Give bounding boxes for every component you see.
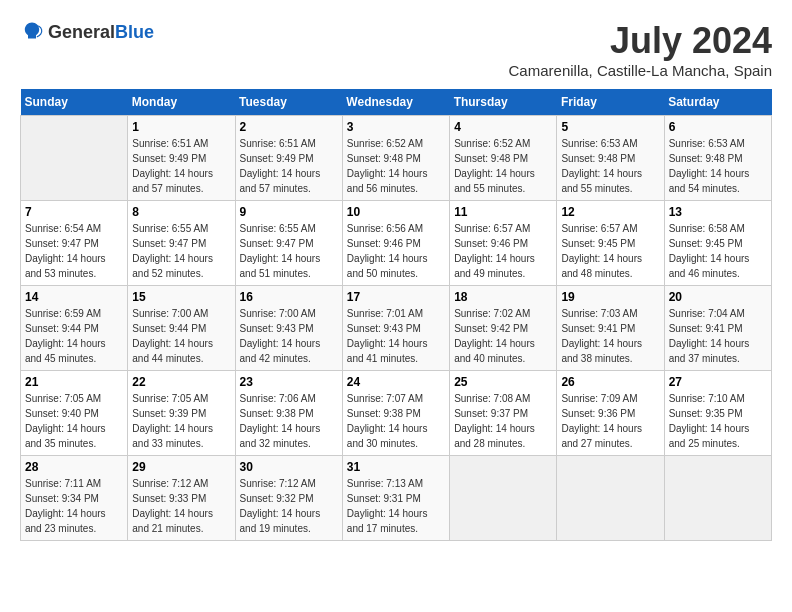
sunrise-text: Sunrise: 7:04 AM bbox=[669, 308, 745, 319]
sunrise-text: Sunrise: 7:01 AM bbox=[347, 308, 423, 319]
sunset-text: Sunset: 9:44 PM bbox=[25, 323, 99, 334]
day-info: Sunrise: 7:11 AM Sunset: 9:34 PM Dayligh… bbox=[25, 476, 123, 536]
calendar-cell: 19 Sunrise: 7:03 AM Sunset: 9:41 PM Dayl… bbox=[557, 286, 664, 371]
sunset-text: Sunset: 9:37 PM bbox=[454, 408, 528, 419]
sunset-text: Sunset: 9:48 PM bbox=[561, 153, 635, 164]
day-number: 7 bbox=[25, 205, 123, 219]
day-header-tuesday: Tuesday bbox=[235, 89, 342, 116]
day-info: Sunrise: 6:51 AM Sunset: 9:49 PM Dayligh… bbox=[132, 136, 230, 196]
sunrise-text: Sunrise: 7:03 AM bbox=[561, 308, 637, 319]
day-info: Sunrise: 6:57 AM Sunset: 9:46 PM Dayligh… bbox=[454, 221, 552, 281]
daylight-text: Daylight: 14 hours and 46 minutes. bbox=[669, 253, 750, 279]
calendar-cell: 4 Sunrise: 6:52 AM Sunset: 9:48 PM Dayli… bbox=[450, 116, 557, 201]
day-info: Sunrise: 6:55 AM Sunset: 9:47 PM Dayligh… bbox=[132, 221, 230, 281]
sunrise-text: Sunrise: 6:59 AM bbox=[25, 308, 101, 319]
sunset-text: Sunset: 9:49 PM bbox=[240, 153, 314, 164]
sunset-text: Sunset: 9:33 PM bbox=[132, 493, 206, 504]
day-info: Sunrise: 7:12 AM Sunset: 9:32 PM Dayligh… bbox=[240, 476, 338, 536]
day-number: 22 bbox=[132, 375, 230, 389]
daylight-text: Daylight: 14 hours and 52 minutes. bbox=[132, 253, 213, 279]
day-header-monday: Monday bbox=[128, 89, 235, 116]
daylight-text: Daylight: 14 hours and 55 minutes. bbox=[561, 168, 642, 194]
daylight-text: Daylight: 14 hours and 17 minutes. bbox=[347, 508, 428, 534]
sunset-text: Sunset: 9:35 PM bbox=[669, 408, 743, 419]
logo-general: General bbox=[48, 22, 115, 42]
day-number: 14 bbox=[25, 290, 123, 304]
sunrise-text: Sunrise: 6:57 AM bbox=[454, 223, 530, 234]
calendar-cell: 27 Sunrise: 7:10 AM Sunset: 9:35 PM Dayl… bbox=[664, 371, 771, 456]
sunset-text: Sunset: 9:38 PM bbox=[240, 408, 314, 419]
day-number: 10 bbox=[347, 205, 445, 219]
sunset-text: Sunset: 9:48 PM bbox=[347, 153, 421, 164]
day-number: 9 bbox=[240, 205, 338, 219]
calendar-cell bbox=[21, 116, 128, 201]
calendar-cell: 14 Sunrise: 6:59 AM Sunset: 9:44 PM Dayl… bbox=[21, 286, 128, 371]
sunrise-text: Sunrise: 7:08 AM bbox=[454, 393, 530, 404]
day-number: 19 bbox=[561, 290, 659, 304]
daylight-text: Daylight: 14 hours and 25 minutes. bbox=[669, 423, 750, 449]
daylight-text: Daylight: 14 hours and 33 minutes. bbox=[132, 423, 213, 449]
daylight-text: Daylight: 14 hours and 30 minutes. bbox=[347, 423, 428, 449]
sunset-text: Sunset: 9:48 PM bbox=[454, 153, 528, 164]
calendar-cell: 24 Sunrise: 7:07 AM Sunset: 9:38 PM Dayl… bbox=[342, 371, 449, 456]
daylight-text: Daylight: 14 hours and 41 minutes. bbox=[347, 338, 428, 364]
day-number: 24 bbox=[347, 375, 445, 389]
day-number: 23 bbox=[240, 375, 338, 389]
calendar-header-row: SundayMondayTuesdayWednesdayThursdayFrid… bbox=[21, 89, 772, 116]
day-number: 13 bbox=[669, 205, 767, 219]
day-number: 26 bbox=[561, 375, 659, 389]
sunrise-text: Sunrise: 7:02 AM bbox=[454, 308, 530, 319]
day-number: 15 bbox=[132, 290, 230, 304]
sunset-text: Sunset: 9:32 PM bbox=[240, 493, 314, 504]
day-info: Sunrise: 6:55 AM Sunset: 9:47 PM Dayligh… bbox=[240, 221, 338, 281]
day-number: 18 bbox=[454, 290, 552, 304]
sunset-text: Sunset: 9:42 PM bbox=[454, 323, 528, 334]
day-info: Sunrise: 7:05 AM Sunset: 9:40 PM Dayligh… bbox=[25, 391, 123, 451]
daylight-text: Daylight: 14 hours and 51 minutes. bbox=[240, 253, 321, 279]
sunset-text: Sunset: 9:48 PM bbox=[669, 153, 743, 164]
daylight-text: Daylight: 14 hours and 44 minutes. bbox=[132, 338, 213, 364]
calendar-cell: 20 Sunrise: 7:04 AM Sunset: 9:41 PM Dayl… bbox=[664, 286, 771, 371]
day-number: 12 bbox=[561, 205, 659, 219]
day-info: Sunrise: 6:51 AM Sunset: 9:49 PM Dayligh… bbox=[240, 136, 338, 196]
calendar-cell: 18 Sunrise: 7:02 AM Sunset: 9:42 PM Dayl… bbox=[450, 286, 557, 371]
sunrise-text: Sunrise: 6:56 AM bbox=[347, 223, 423, 234]
day-info: Sunrise: 7:08 AM Sunset: 9:37 PM Dayligh… bbox=[454, 391, 552, 451]
day-number: 20 bbox=[669, 290, 767, 304]
calendar-cell: 7 Sunrise: 6:54 AM Sunset: 9:47 PM Dayli… bbox=[21, 201, 128, 286]
day-info: Sunrise: 6:52 AM Sunset: 9:48 PM Dayligh… bbox=[454, 136, 552, 196]
sunrise-text: Sunrise: 6:58 AM bbox=[669, 223, 745, 234]
calendar-cell bbox=[450, 456, 557, 541]
day-info: Sunrise: 7:02 AM Sunset: 9:42 PM Dayligh… bbox=[454, 306, 552, 366]
sunset-text: Sunset: 9:46 PM bbox=[454, 238, 528, 249]
calendar-cell: 12 Sunrise: 6:57 AM Sunset: 9:45 PM Dayl… bbox=[557, 201, 664, 286]
calendar-cell: 22 Sunrise: 7:05 AM Sunset: 9:39 PM Dayl… bbox=[128, 371, 235, 456]
page-header: GeneralBlue July 2024 Camarenilla, Casti… bbox=[20, 20, 772, 79]
sunset-text: Sunset: 9:46 PM bbox=[347, 238, 421, 249]
sunrise-text: Sunrise: 7:07 AM bbox=[347, 393, 423, 404]
day-number: 3 bbox=[347, 120, 445, 134]
day-info: Sunrise: 7:06 AM Sunset: 9:38 PM Dayligh… bbox=[240, 391, 338, 451]
sunrise-text: Sunrise: 7:06 AM bbox=[240, 393, 316, 404]
daylight-text: Daylight: 14 hours and 57 minutes. bbox=[240, 168, 321, 194]
sunset-text: Sunset: 9:45 PM bbox=[669, 238, 743, 249]
day-number: 27 bbox=[669, 375, 767, 389]
calendar-week-row: 21 Sunrise: 7:05 AM Sunset: 9:40 PM Dayl… bbox=[21, 371, 772, 456]
sunrise-text: Sunrise: 7:05 AM bbox=[132, 393, 208, 404]
calendar-cell: 23 Sunrise: 7:06 AM Sunset: 9:38 PM Dayl… bbox=[235, 371, 342, 456]
sunset-text: Sunset: 9:47 PM bbox=[240, 238, 314, 249]
location-title: Camarenilla, Castille-La Mancha, Spain bbox=[509, 62, 772, 79]
calendar-cell: 11 Sunrise: 6:57 AM Sunset: 9:46 PM Dayl… bbox=[450, 201, 557, 286]
calendar-cell bbox=[664, 456, 771, 541]
daylight-text: Daylight: 14 hours and 32 minutes. bbox=[240, 423, 321, 449]
day-number: 31 bbox=[347, 460, 445, 474]
day-info: Sunrise: 7:04 AM Sunset: 9:41 PM Dayligh… bbox=[669, 306, 767, 366]
day-info: Sunrise: 7:03 AM Sunset: 9:41 PM Dayligh… bbox=[561, 306, 659, 366]
day-number: 28 bbox=[25, 460, 123, 474]
daylight-text: Daylight: 14 hours and 23 minutes. bbox=[25, 508, 106, 534]
daylight-text: Daylight: 14 hours and 42 minutes. bbox=[240, 338, 321, 364]
calendar-cell: 5 Sunrise: 6:53 AM Sunset: 9:48 PM Dayli… bbox=[557, 116, 664, 201]
logo-blue: Blue bbox=[115, 22, 154, 42]
daylight-text: Daylight: 14 hours and 27 minutes. bbox=[561, 423, 642, 449]
daylight-text: Daylight: 14 hours and 54 minutes. bbox=[669, 168, 750, 194]
